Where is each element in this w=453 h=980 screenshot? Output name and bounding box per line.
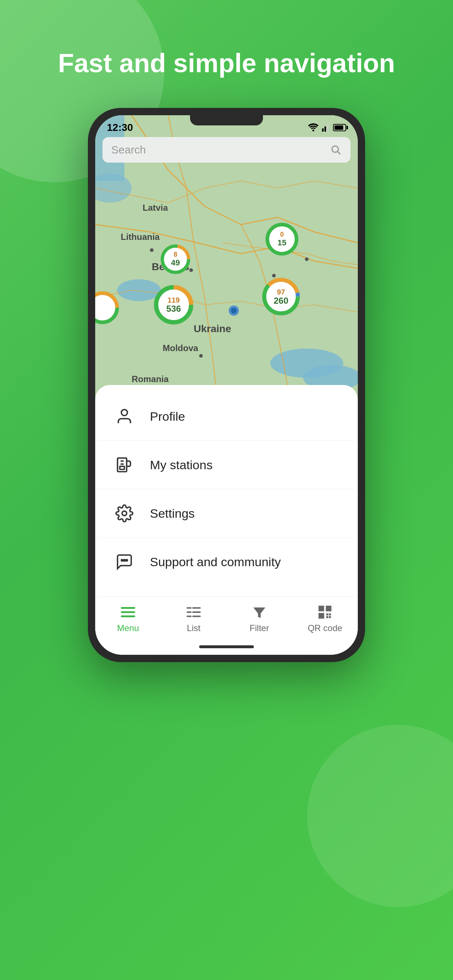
tab-menu-label: Menu — [117, 623, 139, 633]
svg-rect-2 — [325, 127, 326, 132]
menu-item-profile[interactable]: Profile — [95, 392, 358, 441]
chat-bubble-icon — [113, 551, 135, 573]
search-bar[interactable]: Search — [102, 137, 351, 162]
page-title: Fast and simple navigation — [36, 48, 417, 79]
svg-rect-57 — [327, 614, 328, 616]
menu-item-my-stations[interactable]: My stations — [95, 441, 358, 489]
svg-point-33 — [332, 146, 338, 153]
menu-items: Profile My stations — [95, 385, 358, 586]
svg-rect-3 — [327, 125, 328, 132]
person-icon — [113, 406, 135, 427]
cluster-2-top: 0 — [278, 231, 286, 239]
svg-line-34 — [338, 152, 340, 154]
svg-point-14 — [305, 258, 309, 261]
cluster-1[interactable]: 8 49 — [159, 243, 192, 275]
svg-rect-60 — [329, 616, 331, 618]
tab-filter-label: Filter — [249, 623, 269, 633]
qr-tab-icon — [316, 604, 334, 620]
menu-item-support[interactable]: Support and community — [95, 538, 358, 586]
svg-rect-37 — [120, 467, 125, 469]
gas-station-icon — [113, 454, 135, 476]
phone-notch — [190, 115, 263, 126]
bottom-panel: Profile My stations — [95, 385, 358, 655]
status-time: 12:30 — [107, 122, 133, 134]
menu-item-settings[interactable]: Settings — [95, 489, 358, 538]
filter-tab-icon — [250, 604, 268, 620]
cluster-3[interactable]: 119 536 — [152, 283, 196, 327]
cell-signal-icon — [322, 123, 330, 132]
cluster-3-top: 119 — [166, 296, 181, 304]
menu-item-support-label: Support and community — [150, 555, 281, 569]
status-icons — [308, 123, 346, 132]
tab-list[interactable]: List — [161, 604, 226, 633]
cluster-1-bottom: 49 — [171, 258, 180, 267]
svg-rect-54 — [327, 608, 330, 610]
svg-rect-59 — [327, 616, 328, 618]
svg-point-38 — [122, 511, 127, 516]
gear-icon — [113, 503, 135, 524]
svg-point-41 — [126, 560, 127, 561]
cluster-5[interactable] — [95, 290, 121, 326]
svg-rect-1 — [322, 129, 324, 132]
search-text: Search — [111, 144, 330, 156]
tab-filter[interactable]: Filter — [226, 604, 292, 633]
cluster-1-top: 8 — [171, 251, 180, 258]
list-tab-icon — [185, 604, 203, 620]
cluster-4-top: 97 — [274, 288, 288, 296]
svg-rect-52 — [320, 608, 322, 610]
map-area: Latvia Lithuania Belarus Ukraine Moldova… — [95, 115, 358, 414]
svg-point-17 — [231, 308, 237, 313]
search-icon — [330, 144, 342, 156]
tab-qr-label: QR code — [308, 623, 343, 633]
svg-point-39 — [121, 560, 123, 561]
menu-tab-icon — [119, 604, 137, 620]
cluster-3-bottom: 536 — [166, 304, 181, 313]
menu-item-my-stations-label: My stations — [150, 458, 213, 472]
cluster-2[interactable]: 0 15 — [264, 221, 300, 258]
svg-point-10 — [150, 248, 153, 252]
tab-qr-code[interactable]: QR code — [292, 604, 358, 633]
battery-icon — [333, 124, 346, 131]
menu-item-profile-label: Profile — [150, 409, 185, 424]
cluster-2-bottom: 15 — [278, 239, 286, 247]
wifi-icon — [308, 123, 319, 132]
home-indicator — [199, 645, 254, 648]
phone-frame: 12:30 — [88, 108, 365, 662]
tab-list-label: List — [187, 623, 200, 633]
svg-point-0 — [312, 130, 314, 132]
tab-menu[interactable]: Menu — [95, 604, 161, 633]
svg-rect-58 — [329, 614, 331, 616]
svg-point-40 — [124, 560, 125, 561]
svg-point-12 — [199, 354, 203, 358]
cluster-4-bottom: 260 — [274, 296, 288, 305]
svg-rect-56 — [320, 615, 322, 617]
menu-item-settings-label: Settings — [150, 506, 195, 520]
svg-point-35 — [121, 410, 128, 416]
cluster-4[interactable]: 97 260 — [260, 275, 302, 318]
